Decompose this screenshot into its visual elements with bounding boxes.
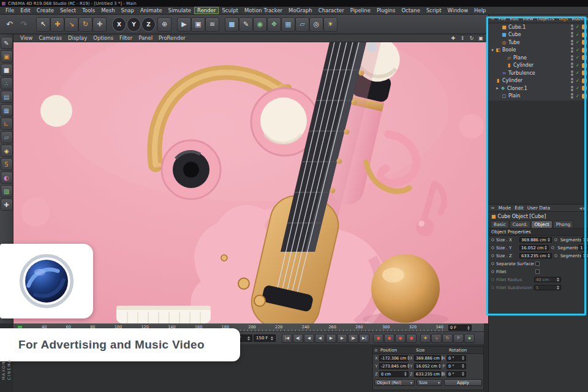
enabled-check-icon[interactable]: ✓ [575, 94, 581, 99]
attribute-menu-item[interactable]: Mode [497, 205, 513, 211]
object-manager-menu-item[interactable]: File [497, 16, 508, 21]
visibility-dots[interactable] [570, 24, 575, 30]
render-settings-icon[interactable]: ≡ [206, 18, 219, 31]
history-forward-icon[interactable]: ▶ [583, 206, 586, 210]
snap-icon[interactable]: ◈ [1, 145, 12, 156]
attribute-menu-item[interactable]: Edit [513, 205, 526, 211]
object-row[interactable]: ▾ ◧ Boole ✓ [489, 47, 588, 55]
spinner[interactable] [548, 238, 550, 242]
keyframe-dot[interactable] [491, 270, 494, 273]
position-field[interactable]: -172.306 cm [379, 355, 409, 361]
visibility-dots[interactable] [570, 93, 575, 99]
keyframe-dot[interactable] [491, 262, 494, 265]
record-parameter-toggle[interactable]: P [453, 334, 464, 343]
enabled-check-icon[interactable]: ✓ [575, 48, 581, 53]
zoom-icon[interactable]: ↕ [459, 36, 466, 41]
object-manager-menu-item[interactable]: View [521, 16, 535, 21]
enabled-check-icon[interactable]: ✓ [575, 78, 581, 83]
prev-frame-button[interactable]: ◀ [304, 334, 314, 343]
object-row[interactable]: ■ Cube.1 ✓ [489, 23, 588, 31]
maximize-icon[interactable]: ▣ [477, 36, 484, 41]
value-field[interactable]: 1 [578, 245, 588, 251]
spinner[interactable] [462, 356, 464, 360]
attribute-tab[interactable]: Basic [491, 221, 509, 228]
keyframe-dot[interactable] [491, 238, 494, 241]
visibility-dots[interactable] [570, 86, 575, 91]
menu-item[interactable]: Octane [398, 7, 423, 14]
spinner[interactable] [584, 246, 587, 250]
record-scale-toggle[interactable]: ↘ [431, 334, 442, 343]
attribute-menu-item[interactable]: User Data [526, 205, 552, 211]
rotation-field[interactable]: 0 ° [447, 363, 466, 369]
expand-arrow-icon[interactable]: ▾ [490, 48, 495, 53]
object-row[interactable]: ▸ ❖ Cloner.1 ✓ [489, 85, 588, 92]
visibility-dots[interactable] [570, 62, 575, 68]
visibility-dots[interactable] [570, 55, 575, 61]
keyframe-dot[interactable] [554, 254, 557, 257]
object-manager-menu-item[interactable]: Objects [535, 16, 556, 21]
range-end-field[interactable]: 150 F [254, 334, 276, 342]
menu-item[interactable]: Pipeline [347, 7, 374, 14]
deformer-icon[interactable]: ▦ [282, 18, 295, 31]
make-editable-icon[interactable]: ▣ [1, 51, 12, 62]
menu-item[interactable]: Simulate [165, 7, 195, 14]
value-field[interactable]: 633.235 cm [519, 253, 552, 258]
tag-icon[interactable] [582, 55, 587, 60]
tag-icon[interactable] [582, 32, 587, 37]
menu-item[interactable]: Motion Tracker [241, 7, 285, 14]
object-label[interactable]: Tube [507, 40, 570, 45]
spinner[interactable] [271, 336, 273, 341]
object-manager-menu-item[interactable]: Bookmarks [570, 16, 588, 21]
viewport-menu-item[interactable]: ProRender [156, 35, 189, 41]
prev-key-button[interactable]: ◀| [293, 334, 303, 343]
lock-x-icon[interactable]: X [113, 18, 126, 31]
enabled-check-icon[interactable]: ✓ [575, 24, 581, 29]
object-row[interactable]: ■ Cube ✓ [489, 31, 588, 39]
lock-y-icon[interactable]: Y [127, 18, 140, 31]
spinner[interactable] [404, 372, 407, 376]
position-field[interactable]: 0 cm [379, 371, 409, 377]
menu-item[interactable]: Select [57, 7, 79, 14]
rotate-icon[interactable]: ↻ [79, 18, 92, 31]
menu-item[interactable]: Mesh [98, 7, 118, 14]
light-icon[interactable]: ☀ [324, 18, 337, 31]
enabled-check-icon[interactable]: ✓ [575, 63, 581, 68]
pan-icon[interactable]: ✚ [450, 36, 457, 41]
pen-tool-icon[interactable]: ✎ [1, 37, 12, 48]
value-field[interactable]: 1 [581, 253, 588, 258]
enabled-check-icon[interactable]: ✓ [575, 32, 581, 37]
viewport-menu-item[interactable]: Options [90, 35, 116, 41]
menu-item[interactable]: Edit [17, 7, 33, 14]
object-row[interactable]: ≈ Turbulence ✓ [489, 69, 588, 77]
object-label[interactable]: Plain [507, 93, 570, 99]
lock-z-icon[interactable]: Z [142, 18, 155, 31]
spinner[interactable] [247, 336, 250, 341]
last-used-tool-icon[interactable]: ✚ [93, 18, 106, 31]
object-manager-menu-item[interactable]: Edit [508, 16, 521, 21]
tag-icon[interactable] [582, 94, 587, 99]
record-rotation-toggle[interactable]: ↻ [442, 334, 453, 343]
menu-item[interactable]: Window [445, 7, 472, 14]
workplane-icon[interactable]: ▱ [1, 132, 12, 143]
subdivision-surface-icon[interactable]: ◉ [254, 18, 266, 31]
enabled-check-icon[interactable]: ✓ [575, 86, 581, 91]
object-label[interactable]: Boole [501, 47, 570, 53]
viewport-menu-item[interactable]: Panel [135, 35, 156, 41]
next-frame-button[interactable]: ▶ [337, 334, 347, 343]
coordinate-system-icon[interactable]: ⊕ [158, 18, 171, 31]
size-field[interactable]: 369.886 cm [414, 355, 441, 361]
panel-menu-icon[interactable]: ≡ [491, 16, 495, 21]
position-field[interactable]: -273.845 cm [379, 363, 409, 369]
next-key-button[interactable]: |▶ [348, 334, 358, 343]
current-frame-field[interactable]: 0 F [448, 325, 472, 331]
menu-item[interactable]: MoGraph [285, 7, 315, 14]
object-label[interactable]: Plane [512, 55, 570, 61]
tag-icon[interactable] [582, 70, 587, 75]
spinner[interactable] [439, 364, 441, 368]
viewport-menu-item[interactable]: Display [65, 35, 90, 41]
record-point-level-toggle[interactable]: ◆ [464, 334, 475, 343]
floor-icon[interactable]: ▱ [296, 18, 309, 31]
undo-icon[interactable]: ↶ [3, 18, 16, 31]
live-selection-icon[interactable]: ↖ [37, 18, 50, 31]
menu-item[interactable]: Script [423, 7, 445, 14]
